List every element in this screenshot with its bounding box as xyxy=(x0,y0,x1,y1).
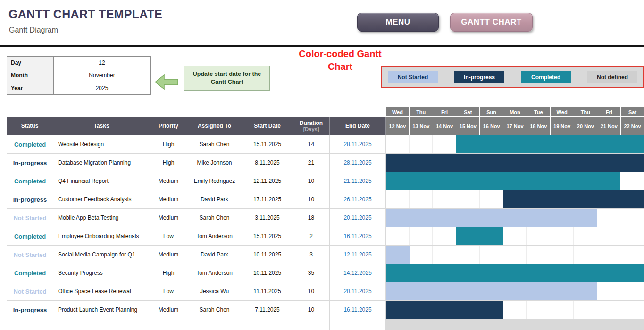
gantt-chart-button[interactable]: GANTT CHART xyxy=(450,13,533,32)
task-name-cell[interactable] xyxy=(53,319,150,330)
gantt-row-track xyxy=(386,301,644,319)
priority-cell[interactable] xyxy=(150,319,187,330)
start-date-cell[interactable]: 15.11.2025 xyxy=(242,135,293,154)
end-date-cell[interactable] xyxy=(330,319,386,330)
assigned-to-cell[interactable]: David Park xyxy=(187,246,242,264)
task-name-cell[interactable]: Website Redesign xyxy=(53,135,150,154)
assigned-to-cell[interactable]: Sarah Chen xyxy=(187,209,242,227)
status-cell[interactable]: Completed xyxy=(7,227,53,246)
priority-cell[interactable]: Medium xyxy=(150,172,187,190)
assigned-to-cell[interactable]: Mike Johnson xyxy=(187,154,242,172)
assigned-to-cell[interactable]: Sarah Chen xyxy=(187,301,242,319)
task-name-cell[interactable]: Social Media Campaign for Q1 xyxy=(53,246,150,264)
duration-cell[interactable]: 35 xyxy=(293,264,330,282)
start-date-cell[interactable]: 3.11.2025 xyxy=(242,209,293,227)
column-header-pri: Priority xyxy=(150,117,187,135)
duration-cell[interactable]: 10 xyxy=(293,282,330,301)
assigned-to-cell[interactable]: Sarah Chen xyxy=(187,135,242,154)
column-header-label: Start Date xyxy=(254,123,281,129)
status-cell[interactable]: Completed xyxy=(7,135,53,154)
duration-cell[interactable]: 10 xyxy=(293,172,330,190)
task-name-cell[interactable]: Product Launch Event Planning xyxy=(53,301,150,319)
task-name-cell[interactable]: Office Space Lease Renewal xyxy=(53,282,150,301)
gantt-grid-cell xyxy=(620,227,644,245)
duration-cell[interactable]: 3 xyxy=(293,246,330,264)
duration-cell[interactable]: 2 xyxy=(293,227,330,246)
start-date-cell[interactable]: 11.11.2025 xyxy=(242,282,293,301)
status-cell[interactable]: In-progress xyxy=(7,301,53,319)
task-name-cell[interactable]: Database Migration Planning xyxy=(53,154,150,172)
task-name-cell[interactable]: Employee Onboarding Materials xyxy=(53,227,150,246)
assigned-to-cell[interactable]: Tom Anderson xyxy=(187,227,242,246)
priority-cell[interactable]: High xyxy=(150,135,187,154)
start-date-cell[interactable]: 10.11.2025 xyxy=(242,264,293,282)
gantt-bar xyxy=(456,135,644,153)
column-header-end: End Date xyxy=(330,117,386,135)
gantt-grid-cell xyxy=(527,246,550,264)
status-cell[interactable]: Completed xyxy=(7,172,53,190)
priority-cell[interactable]: Medium xyxy=(150,209,187,227)
month-value-cell[interactable]: November xyxy=(54,69,151,82)
gantt-grid-cell xyxy=(410,246,433,264)
end-date-cell[interactable]: 16.11.2025 xyxy=(330,227,386,246)
priority-cell[interactable]: Medium xyxy=(150,246,187,264)
assigned-to-cell[interactable]: Tom Anderson xyxy=(187,264,242,282)
day-value-cell[interactable]: 12 xyxy=(54,57,151,69)
end-date-cell[interactable]: 20.11.2025 xyxy=(330,282,386,301)
start-date-cell[interactable]: 17.11.2025 xyxy=(242,190,293,209)
start-date-cell[interactable]: 12.11.2025 xyxy=(242,172,293,190)
priority-cell[interactable]: Low xyxy=(150,227,187,246)
start-date-cell[interactable]: 15.11.2025 xyxy=(242,227,293,246)
duration-cell[interactable]: 10 xyxy=(293,301,330,319)
day-name-cell: Fri xyxy=(433,107,457,117)
priority-cell[interactable]: High xyxy=(150,264,187,282)
end-date-cell[interactable]: 20.11.2025 xyxy=(330,209,386,227)
end-date-cell[interactable]: 28.11.2025 xyxy=(330,135,386,154)
priority-cell[interactable]: Medium xyxy=(150,190,187,209)
status-cell[interactable]: Completed xyxy=(7,264,53,282)
assigned-to-cell[interactable]: David Park xyxy=(187,190,242,209)
duration-cell[interactable] xyxy=(293,319,330,330)
gantt-bar xyxy=(386,154,644,172)
status-cell[interactable]: In-progress xyxy=(7,154,53,172)
gantt-grid-cell xyxy=(410,135,433,153)
duration-cell[interactable]: 18 xyxy=(293,209,330,227)
duration-cell[interactable]: 10 xyxy=(293,190,330,209)
start-date-cell[interactable]: 7.11.2025 xyxy=(242,301,293,319)
priority-cell[interactable]: Medium xyxy=(150,301,187,319)
assigned-to-cell[interactable] xyxy=(187,319,242,330)
status-cell[interactable]: Not Started xyxy=(7,246,53,264)
assigned-to-cell[interactable]: Emily Rodriguez xyxy=(187,172,242,190)
status-cell[interactable]: Not Started xyxy=(7,282,53,301)
date-cell: 17 Nov xyxy=(503,117,527,135)
priority-cell[interactable]: High xyxy=(150,154,187,172)
task-row: In-progressDatabase Migration PlanningHi… xyxy=(7,154,644,172)
end-date-cell[interactable]: 21.11.2025 xyxy=(330,172,386,190)
start-date-cell[interactable] xyxy=(242,319,293,330)
end-date-cell[interactable]: 28.11.2025 xyxy=(330,154,386,172)
task-name-cell[interactable]: Q4 Financial Report xyxy=(53,172,150,190)
status-cell[interactable] xyxy=(7,319,53,330)
gantt-grid-cell xyxy=(550,246,574,264)
duration-cell[interactable]: 21 xyxy=(293,154,330,172)
end-date-cell[interactable]: 26.11.2025 xyxy=(330,190,386,209)
duration-cell[interactable]: 14 xyxy=(293,135,330,154)
assigned-to-cell[interactable]: Jessica Wu xyxy=(187,282,242,301)
status-cell[interactable]: In-progress xyxy=(7,190,53,209)
end-date-cell[interactable]: 16.11.2025 xyxy=(330,301,386,319)
column-header-start: Start Date xyxy=(242,117,293,135)
task-name-cell[interactable]: Security Progress xyxy=(53,264,150,282)
end-date-cell[interactable]: 14.12.2025 xyxy=(330,264,386,282)
start-date-cell[interactable]: 8.11.2025 xyxy=(242,154,293,172)
task-name-cell[interactable]: Customer Feedback Analysis xyxy=(53,190,150,209)
year-value-cell[interactable]: 2025 xyxy=(54,82,151,95)
end-date-cell[interactable]: 12.11.2025 xyxy=(330,246,386,264)
start-date-cell[interactable]: 10.11.2025 xyxy=(242,246,293,264)
gantt-grid-cell xyxy=(480,190,503,208)
priority-cell[interactable]: Low xyxy=(150,282,187,301)
task-name-cell[interactable]: Mobile App Beta Testing xyxy=(53,209,150,227)
menu-button[interactable]: MENU xyxy=(357,13,439,32)
status-cell[interactable]: Not Started xyxy=(7,209,53,227)
date-cell: 21 Nov xyxy=(597,117,621,135)
task-row: In-progressCustomer Feedback AnalysisMed… xyxy=(7,190,644,209)
